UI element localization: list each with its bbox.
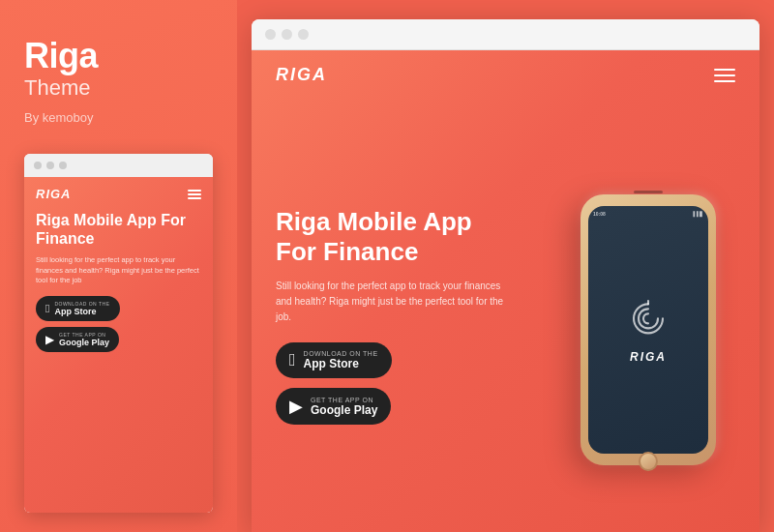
- browser-dot-3: [298, 29, 309, 40]
- apple-icon: : [289, 350, 296, 370]
- right-panel: RIGA Riga Mobile App For Finance Still l…: [237, 0, 774, 532]
- phone-mockup: 10:08 ▐▐ ▊: [566, 100, 730, 532]
- mini-dot-1: [34, 162, 42, 169]
- mini-hamburger-icon[interactable]: [188, 190, 201, 199]
- browser-content: RIGA Riga Mobile App For Finance Still l…: [252, 50, 759, 532]
- phone-brand-label: RIGA: [630, 350, 667, 364]
- google-play-sub: Get the app on: [311, 397, 377, 403]
- apple-icon: : [45, 302, 49, 315]
- browser-dot-1: [265, 29, 276, 40]
- mini-logo: RIGA: [36, 187, 72, 201]
- site-nav: RIGA: [252, 50, 759, 100]
- google-play-button[interactable]: ▶ Get the app on Google Play: [276, 388, 391, 425]
- left-panel: Riga Theme By kemoboy RIGA Riga Mobile A…: [0, 0, 237, 532]
- mini-browser-bar: [24, 154, 213, 177]
- app-store-main: App Store: [304, 357, 378, 370]
- phone-outer: 10:08 ▐▐ ▊: [580, 194, 716, 465]
- phone-speaker: [634, 191, 663, 193]
- phone-logo-area: RIGA: [624, 296, 672, 364]
- hero-buttons:  Download on the App Store ▶ Get the ap…: [276, 342, 508, 425]
- mini-google-play-main: Google Play: [59, 338, 109, 347]
- mini-headline: Riga Mobile App For Finance: [36, 211, 201, 248]
- mini-app-store-button[interactable]:  Download on the App Store: [36, 296, 120, 321]
- phone-status-icons: ▐▐ ▊: [692, 211, 703, 217]
- mini-dot-3: [59, 162, 67, 169]
- riga-spiral-icon: [624, 296, 672, 344]
- browser-dot-2: [282, 29, 292, 40]
- hero-text: Riga Mobile App For Finance Still lookin…: [276, 207, 508, 425]
- app-store-sub: Download on the: [304, 350, 378, 357]
- brand-by: By kemoboy: [24, 110, 213, 125]
- app-store-button[interactable]:  Download on the App Store: [276, 342, 392, 378]
- mini-description: Still looking for the perfect app to tra…: [36, 255, 201, 286]
- mini-google-play-button[interactable]: ▶ Get the app on Google Play: [36, 327, 119, 352]
- mini-app-store-main: App Store: [54, 307, 109, 316]
- brand-title: Riga: [24, 39, 213, 74]
- phone-screen: 10:08 ▐▐ ▊: [588, 206, 708, 454]
- browser-window: RIGA Riga Mobile App For Finance Still l…: [252, 19, 759, 532]
- google-play-icon: ▶: [45, 333, 54, 346]
- google-play-icon: ▶: [289, 396, 303, 417]
- site-logo: RIGA: [276, 65, 327, 85]
- hero-title: Riga Mobile App For Finance: [276, 207, 508, 267]
- google-play-main: Google Play: [311, 403, 377, 417]
- mini-dot-2: [46, 162, 54, 169]
- browser-bar: [252, 19, 759, 50]
- hero-description: Still looking for the perfect app to tra…: [276, 279, 508, 325]
- site-hero: Riga Mobile App For Finance Still lookin…: [252, 100, 759, 532]
- phone-home-button[interactable]: [639, 452, 658, 471]
- phone-status-bar: 10:08 ▐▐ ▊: [593, 211, 703, 217]
- brand-subtitle: Theme: [24, 75, 213, 101]
- mini-browser-window: RIGA Riga Mobile App For Finance Still l…: [24, 154, 213, 513]
- mini-nav: RIGA: [36, 187, 201, 201]
- phone-time: 10:08: [593, 211, 606, 217]
- site-hamburger-icon[interactable]: [714, 69, 735, 82]
- mini-browser-content: RIGA Riga Mobile App For Finance Still l…: [24, 177, 213, 513]
